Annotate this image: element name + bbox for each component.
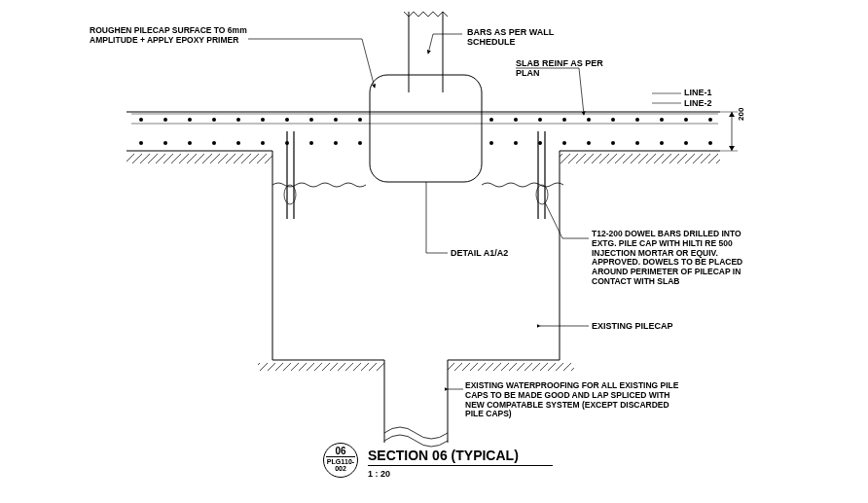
section-marker-circle: 06 PLG110-002 bbox=[323, 443, 358, 478]
rebar-dots-bot bbox=[139, 141, 712, 145]
section-title: SECTION 06 (TYPICAL) bbox=[368, 448, 519, 463]
dowel-bars bbox=[284, 131, 548, 219]
svg-point-40 bbox=[611, 141, 615, 145]
pile bbox=[384, 360, 448, 447]
svg-point-42 bbox=[660, 141, 664, 145]
svg-point-34 bbox=[358, 141, 362, 145]
svg-point-29 bbox=[236, 141, 240, 145]
svg-point-43 bbox=[684, 141, 688, 145]
svg-line-68 bbox=[362, 39, 375, 88]
note-bars-wall: BARS AS PER WALL SCHEDULE bbox=[467, 27, 574, 47]
svg-point-44 bbox=[708, 141, 712, 145]
svg-point-38 bbox=[562, 141, 566, 145]
rebar-dots-top bbox=[139, 118, 712, 122]
note-waterproofing: EXISTING WATERPROOFING FOR ALL EXISTING … bbox=[465, 381, 689, 419]
section-number: 06 bbox=[324, 444, 357, 456]
svg-point-25 bbox=[139, 141, 143, 145]
svg-point-28 bbox=[212, 141, 216, 145]
svg-rect-58 bbox=[448, 363, 574, 371]
svg-point-33 bbox=[334, 141, 338, 145]
svg-point-41 bbox=[635, 141, 639, 145]
svg-rect-52 bbox=[560, 154, 720, 163]
note-line2: LINE-2 bbox=[684, 98, 712, 108]
svg-point-8 bbox=[212, 118, 216, 122]
wall-stem bbox=[404, 12, 448, 92]
note-existing-pilecap: EXISTING PILECAP bbox=[592, 321, 673, 331]
svg-point-11 bbox=[285, 118, 289, 122]
svg-point-21 bbox=[635, 118, 639, 122]
svg-point-23 bbox=[684, 118, 688, 122]
svg-point-5 bbox=[139, 118, 143, 122]
svg-rect-51 bbox=[127, 154, 272, 163]
svg-rect-50 bbox=[370, 75, 482, 182]
svg-point-6 bbox=[163, 118, 167, 122]
svg-point-26 bbox=[163, 141, 167, 145]
pilecap bbox=[258, 151, 574, 371]
note-slab-reinf: SLAB REINF AS PER PLAN bbox=[516, 58, 603, 78]
note-line1: LINE-1 bbox=[684, 88, 712, 97]
note-dowel-bars: T12-200 DOWEL BARS DRILLED INTO EXTG. PI… bbox=[592, 230, 762, 287]
svg-point-35 bbox=[489, 141, 493, 145]
section-scale: 1 : 20 bbox=[368, 469, 390, 479]
svg-line-70 bbox=[428, 34, 433, 54]
wall-base-box bbox=[370, 75, 482, 182]
svg-point-19 bbox=[587, 118, 591, 122]
svg-point-15 bbox=[489, 118, 493, 122]
svg-point-17 bbox=[538, 118, 542, 122]
svg-point-10 bbox=[261, 118, 265, 122]
earth-hatch bbox=[127, 154, 720, 163]
svg-point-30 bbox=[261, 141, 265, 145]
svg-point-12 bbox=[309, 118, 313, 122]
dim-slab-thickness: 200 bbox=[737, 108, 745, 121]
leaders bbox=[248, 34, 681, 389]
svg-point-39 bbox=[587, 141, 591, 145]
svg-point-20 bbox=[611, 118, 615, 122]
note-detail-ref: DETAIL A1/A2 bbox=[451, 248, 508, 258]
svg-point-14 bbox=[358, 118, 362, 122]
svg-rect-57 bbox=[258, 363, 384, 371]
svg-point-18 bbox=[562, 118, 566, 122]
svg-point-24 bbox=[708, 118, 712, 122]
svg-point-13 bbox=[334, 118, 338, 122]
dwg-ref: PLG110-002 bbox=[324, 457, 357, 472]
note-roughen: ROUGHEN PILECAP SURFACE TO 6mm AMPLITUDE… bbox=[90, 26, 274, 46]
svg-point-9 bbox=[236, 118, 240, 122]
svg-point-16 bbox=[514, 118, 518, 122]
svg-point-7 bbox=[188, 118, 192, 122]
title-underline bbox=[368, 465, 553, 466]
slab-dim bbox=[720, 112, 738, 151]
svg-point-22 bbox=[660, 118, 664, 122]
slab bbox=[127, 112, 720, 151]
svg-point-32 bbox=[309, 141, 313, 145]
svg-point-36 bbox=[514, 141, 518, 145]
svg-point-27 bbox=[188, 141, 192, 145]
